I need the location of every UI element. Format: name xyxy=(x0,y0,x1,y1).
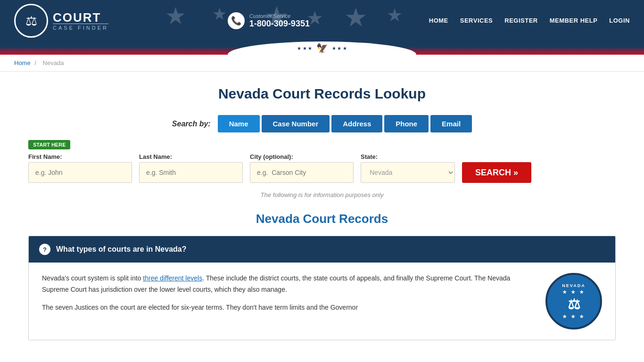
accordion-header[interactable]: ? What types of courts are in Nevada? xyxy=(29,236,615,263)
logo-text: COURT CASE FINDER xyxy=(53,11,108,31)
banner-stars-left: ★ ★ ★ xyxy=(297,46,313,51)
city-label: City (optional): xyxy=(250,153,354,160)
accordion-question: What types of courts are in Nevada? xyxy=(56,245,187,254)
search-section: Search by: Name Case Number Address Phon… xyxy=(28,115,616,198)
banner-stars-right: ★ ★ ★ xyxy=(332,46,347,51)
start-here-badge: START HERE xyxy=(28,140,70,149)
phone-icon: 📞 xyxy=(228,12,245,29)
disclaimer: The following is for information purpose… xyxy=(28,191,616,198)
cs-phone[interactable]: 1-800-309-9351 xyxy=(249,19,310,29)
first-name-input[interactable] xyxy=(28,162,132,183)
star-deco: ★ xyxy=(387,5,403,25)
state-label: State: xyxy=(361,153,455,160)
section-title: Nevada Court Records xyxy=(28,212,616,226)
breadcrumb-separator: / xyxy=(34,59,36,66)
three-levels-link[interactable]: three different levels xyxy=(143,274,202,282)
seal-stars-bottom: ★ ★ ★ xyxy=(562,314,585,319)
first-name-label: First Name: xyxy=(28,153,132,160)
customer-service: 📞 Customer Service 1-800-309-9351 xyxy=(228,12,310,29)
logo-icon: ⚖ xyxy=(14,4,48,38)
accordion-body: Nevada's court system is split into thre… xyxy=(29,263,615,340)
main-content: Nevada Court Records Lookup Search by: N… xyxy=(0,72,644,354)
seal-text: NEVADA xyxy=(562,283,585,288)
first-name-group: First Name: xyxy=(28,153,132,183)
seal-circle: NEVADA ★ ★ ★ ⚖ ★ ★ ★ xyxy=(545,273,602,329)
search-button[interactable]: SEARCH » xyxy=(462,162,531,183)
cs-label: Customer Service xyxy=(249,13,310,19)
city-group: City (optional): xyxy=(250,153,354,183)
tab-email[interactable]: Email xyxy=(430,115,472,132)
nav-services[interactable]: SERVICES xyxy=(460,17,493,25)
accordion-paragraph-2: The seven Justices on the court are elec… xyxy=(42,302,531,313)
breadcrumb-current: Nevada xyxy=(43,59,64,66)
last-name-group: Last Name: xyxy=(139,153,243,183)
breadcrumb-home[interactable]: Home xyxy=(14,59,31,66)
star-deco: ★ xyxy=(212,5,227,24)
nav-login[interactable]: LOGIN xyxy=(609,17,630,25)
tab-phone[interactable]: Phone xyxy=(384,115,429,132)
search-tabs: Name Case Number Address Phone Email xyxy=(218,115,472,132)
star-deco: ★ xyxy=(165,2,186,30)
page-title: Nevada Court Records Lookup xyxy=(28,86,616,102)
star-deco: ★ xyxy=(344,2,367,33)
breadcrumb: Home / Nevada xyxy=(0,55,644,72)
nav-register[interactable]: REGISTER xyxy=(504,17,537,25)
tab-case-number[interactable]: Case Number xyxy=(262,115,330,132)
main-nav: HOME SERVICES REGISTER MEMBER HELP LOGIN xyxy=(429,17,630,25)
state-select[interactable]: Nevada Alabama Alaska Arizona California xyxy=(361,162,455,183)
patriotic-banner: ★ ★ ★ 🦅 ★ ★ ★ xyxy=(0,41,644,55)
accordion-text: Nevada's court system is split into thre… xyxy=(42,273,531,320)
seal-stars: ★ ★ ★ xyxy=(562,289,585,295)
state-group: State: Nevada Alabama Alaska Arizona Cal… xyxy=(361,153,455,183)
site-header: ★ ★ ★ ★ ★ ★ ⚖ COURT CASE FINDER 📞 Custom… xyxy=(0,0,644,41)
banner-eagle: ★ ★ ★ 🦅 ★ ★ ★ xyxy=(297,42,347,54)
last-name-label: Last Name: xyxy=(139,153,243,160)
eagle-icon: 🦅 xyxy=(316,42,328,54)
question-icon: ? xyxy=(39,244,50,255)
seal-scales-icon: ⚖ xyxy=(568,296,580,313)
logo-case-finder-label: CASE FINDER xyxy=(53,24,108,31)
cs-text: Customer Service 1-800-309-9351 xyxy=(249,13,310,29)
search-by-label: Search by: xyxy=(172,120,211,128)
tab-name[interactable]: Name xyxy=(218,115,260,132)
nevada-seal: NEVADA ★ ★ ★ ⚖ ★ ★ ★ xyxy=(545,273,602,329)
tab-address[interactable]: Address xyxy=(331,115,382,132)
accordion-paragraph-1: Nevada's court system is split into thre… xyxy=(42,273,531,296)
accordion: ? What types of courts are in Nevada? Ne… xyxy=(28,236,616,340)
search-fields: First Name: Last Name: City (optional): … xyxy=(28,153,616,183)
nav-home[interactable]: HOME xyxy=(429,17,448,25)
city-input[interactable] xyxy=(250,162,354,183)
last-name-input[interactable] xyxy=(139,162,243,183)
nav-member-help[interactable]: MEMBER HELP xyxy=(550,17,598,25)
logo[interactable]: ⚖ COURT CASE FINDER xyxy=(14,4,108,38)
logo-court-label: COURT xyxy=(53,11,108,24)
search-by-row: Search by: Name Case Number Address Phon… xyxy=(28,115,616,132)
